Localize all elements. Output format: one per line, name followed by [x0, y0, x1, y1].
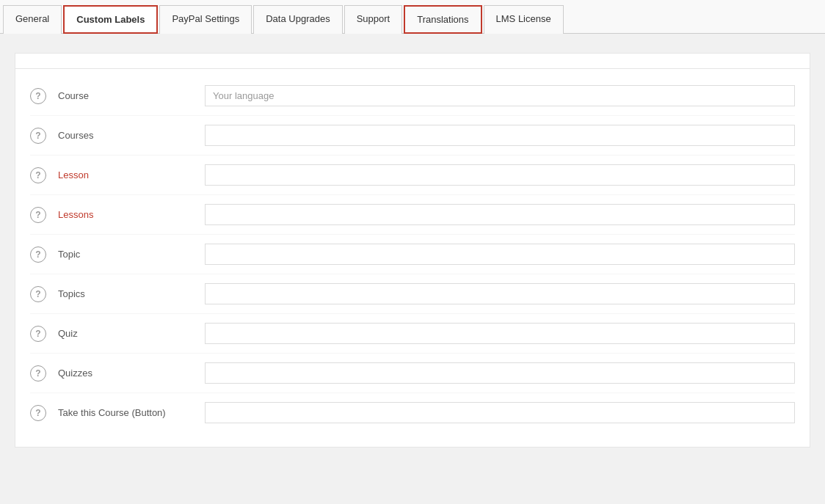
form-row-take-this-course: ?Take this Course (Button)	[30, 393, 795, 432]
field-input-wrap-course	[205, 85, 795, 106]
help-icon-courses[interactable]: ?	[30, 128, 46, 144]
field-label-quizzes: Quizzes	[58, 368, 205, 379]
form-row-courses: ?Courses	[30, 116, 795, 156]
form-row-topic: ?Topic	[30, 235, 795, 274]
tabs-bar: GeneralCustom LabelsPayPal SettingsData …	[0, 0, 825, 34]
tab-custom-labels[interactable]: Custom Labels	[63, 5, 158, 34]
help-icon-lesson[interactable]: ?	[30, 167, 46, 183]
help-icon-course[interactable]: ?	[30, 88, 46, 104]
tab-general[interactable]: General	[3, 5, 62, 34]
tab-data-upgrades[interactable]: Data Upgrades	[253, 5, 342, 34]
form-row-lessons: ?Lessons	[30, 195, 795, 235]
help-icon-quiz[interactable]: ?	[30, 326, 46, 342]
panel-header	[15, 54, 810, 69]
form-row-topics: ?Topics	[30, 274, 795, 314]
tab-support[interactable]: Support	[344, 5, 403, 34]
panel-body: ?Course?Courses?Lesson?Lessons?Topic?Top…	[15, 69, 810, 447]
field-input-take-this-course[interactable]	[205, 402, 795, 423]
field-input-wrap-topics	[205, 283, 795, 304]
field-input-courses[interactable]	[205, 125, 795, 146]
field-label-lessons: Lessons	[58, 209, 205, 220]
help-icon-topic[interactable]: ?	[30, 246, 46, 263]
tab-lms-license[interactable]: LMS License	[484, 5, 564, 34]
field-input-wrap-lessons	[205, 204, 795, 225]
field-label-courses: Courses	[58, 130, 205, 141]
page-title	[0, 34, 825, 53]
tab-paypal-settings[interactable]: PayPal Settings	[159, 5, 252, 34]
field-input-quiz[interactable]	[205, 323, 795, 344]
field-label-quiz: Quiz	[58, 328, 205, 339]
form-row-lesson: ?Lesson	[30, 156, 795, 195]
field-input-wrap-courses	[205, 125, 795, 146]
help-icon-lessons[interactable]: ?	[30, 207, 46, 223]
tab-translations[interactable]: Translations	[404, 5, 481, 34]
help-icon-quizzes[interactable]: ?	[30, 365, 46, 381]
field-input-wrap-quiz	[205, 323, 795, 344]
field-input-lesson[interactable]	[205, 164, 795, 186]
help-icon-take-this-course[interactable]: ?	[30, 405, 46, 421]
field-label-take-this-course: Take this Course (Button)	[58, 407, 205, 418]
field-input-quizzes[interactable]	[205, 362, 795, 384]
field-input-course[interactable]	[205, 85, 795, 106]
content-area: ?Course?Courses?Lesson?Lessons?Topic?Top…	[0, 53, 825, 462]
panel: ?Course?Courses?Lesson?Lessons?Topic?Top…	[15, 53, 810, 448]
form-row-quiz: ?Quiz	[30, 314, 795, 354]
form-row-course: ?Course	[30, 76, 795, 116]
field-input-wrap-topic	[205, 244, 795, 265]
field-label-course: Course	[58, 90, 205, 101]
help-icon-topics[interactable]: ?	[30, 286, 46, 302]
field-input-lessons[interactable]	[205, 204, 795, 225]
field-input-topics[interactable]	[205, 283, 795, 304]
form-row-quizzes: ?Quizzes	[30, 354, 795, 393]
field-input-topic[interactable]	[205, 244, 795, 265]
field-label-lesson: Lesson	[58, 169, 205, 180]
field-label-topics: Topics	[58, 288, 205, 299]
field-input-wrap-take-this-course	[205, 402, 795, 423]
field-input-wrap-quizzes	[205, 362, 795, 384]
field-label-topic: Topic	[58, 249, 205, 260]
field-input-wrap-lesson	[205, 164, 795, 186]
